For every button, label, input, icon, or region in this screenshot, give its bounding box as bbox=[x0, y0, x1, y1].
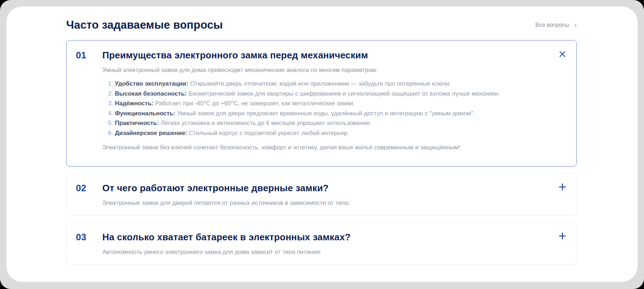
list-item-label: Высокая безопасность: bbox=[115, 90, 187, 97]
faq-item-number: 03 bbox=[75, 231, 102, 243]
list-item-label: Удобство эксплуатации: bbox=[115, 80, 189, 87]
page-title: Часто задаваемые вопросы bbox=[66, 19, 223, 32]
page-background: Часто задаваемые вопросы Все вопросы › 0… bbox=[0, 0, 644, 289]
list-item: 2. Высокая безопасность: Биометрический … bbox=[108, 89, 552, 99]
faq-item-body: Умный электронный замок для дома превосх… bbox=[102, 61, 552, 152]
faq-intro-text: Электронные замки для дверей питаются от… bbox=[102, 199, 552, 207]
list-item-label: Практичность: bbox=[115, 120, 159, 126]
list-item: 3. Надёжность: Работает при -40°С до +60… bbox=[108, 98, 552, 109]
list-item-text: Открывайте дверь отпечатком, кодом или п… bbox=[188, 80, 451, 87]
list-item-label: Функциональность: bbox=[115, 110, 175, 117]
all-questions-label: Все вопросы bbox=[535, 22, 569, 28]
chevron-right-icon: › bbox=[574, 21, 577, 28]
faq-item-01: 01Преимущества электронного замка перед … bbox=[66, 40, 577, 167]
faq-item-03: 03На сколько хватает батареек в электрон… bbox=[66, 222, 577, 265]
faq-advantages-list: 1. Удобство эксплуатации: Открывайте две… bbox=[102, 79, 552, 138]
list-item-number: 1. bbox=[108, 80, 115, 87]
list-item-number: 2. bbox=[108, 90, 115, 97]
plus-icon bbox=[558, 231, 567, 242]
faq-item-number: 01 bbox=[75, 49, 102, 61]
faq-item-body: Автономность умного электронного замка д… bbox=[102, 243, 552, 256]
list-item-text: Биометрический замок для квартиры с шифр… bbox=[187, 90, 500, 97]
faq-question-title[interactable]: От чего работают электронные дверные зам… bbox=[102, 182, 552, 194]
close-icon bbox=[558, 50, 567, 59]
faq-item-number: 02 bbox=[75, 182, 102, 194]
list-item-text: Лёгкая установка и автономность до 6 мес… bbox=[159, 120, 371, 126]
list-item-number: 4. bbox=[108, 110, 115, 117]
all-questions-link[interactable]: Все вопросы › bbox=[535, 21, 577, 29]
collapse-button[interactable] bbox=[557, 49, 568, 60]
list-item: 4. Функциональность: Умный замок для две… bbox=[108, 109, 552, 119]
list-item-text: Умный замок для двери предлагает временн… bbox=[175, 110, 475, 117]
faq-intro-text: Умный электронный замок для дома превосх… bbox=[102, 66, 552, 74]
list-item: 1. Удобство эксплуатации: Открывайте две… bbox=[108, 79, 552, 89]
expand-button[interactable] bbox=[557, 182, 568, 193]
expand-button[interactable] bbox=[557, 231, 568, 242]
faq-question-title[interactable]: На сколько хватает батареек в электронны… bbox=[102, 231, 552, 243]
plus-icon bbox=[558, 182, 567, 193]
list-item-text: Работает при -40°С до +60°С, не замерзае… bbox=[153, 100, 355, 107]
faq-outro-text: Электронный замок без ключей сочетает бе… bbox=[102, 143, 552, 152]
faq-intro-text: Автономность умного электронного замка д… bbox=[102, 248, 552, 256]
list-item-number: 6. bbox=[108, 130, 115, 136]
list-item: 6. Дизайнерское решение: Стильный корпус… bbox=[108, 128, 552, 138]
list-item-label: Надёжность: bbox=[115, 100, 153, 107]
list-item-number: 5. bbox=[108, 120, 115, 126]
faq-question-title[interactable]: Преимущества электронного замка перед ме… bbox=[102, 49, 552, 61]
faq-list: 01Преимущества электронного замка перед … bbox=[66, 40, 577, 265]
faq-item-body: Электронные замки для дверей питаются от… bbox=[102, 194, 552, 207]
list-item: 5. Практичность: Лёгкая установка и авто… bbox=[108, 118, 552, 128]
faq-card: Часто задаваемые вопросы Все вопросы › 0… bbox=[6, 6, 638, 282]
faq-item-02: 02От чего работают электронные дверные з… bbox=[66, 173, 577, 216]
list-item-label: Дизайнерское решение: bbox=[115, 130, 187, 136]
list-item-number: 3. bbox=[108, 100, 115, 107]
faq-header: Часто задаваемые вопросы Все вопросы › bbox=[66, 19, 577, 32]
list-item-text: Стильный корпус с подсветкой украсит люб… bbox=[187, 130, 349, 136]
